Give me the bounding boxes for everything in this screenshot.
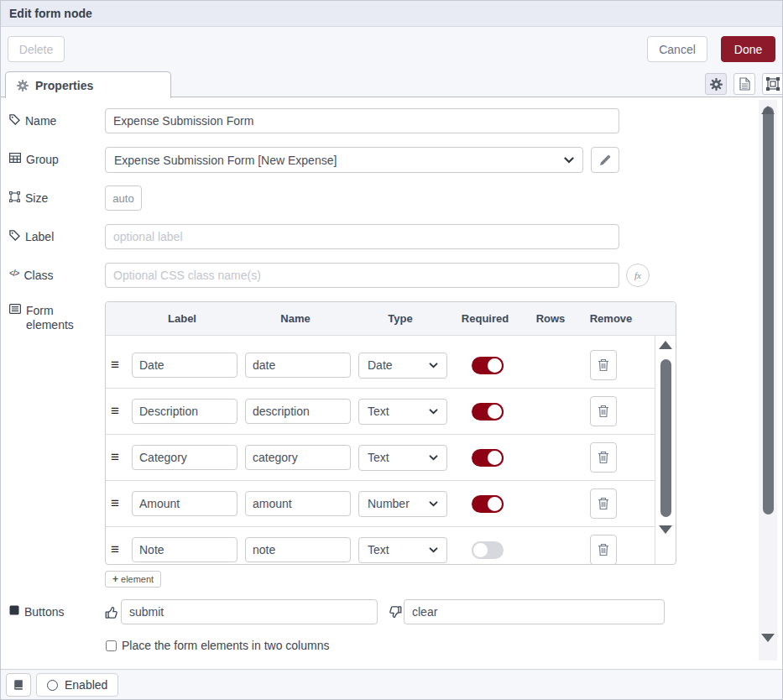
table-row: ≡ Number xyxy=(106,481,655,527)
appearance-button[interactable] xyxy=(762,73,783,95)
trash-icon xyxy=(598,358,609,372)
remove-element-button[interactable] xyxy=(590,535,617,565)
node-help-button[interactable] xyxy=(6,673,31,697)
list-alt-icon xyxy=(9,304,21,314)
trash-icon xyxy=(598,497,609,510)
size-label: Size xyxy=(9,191,105,206)
node-enabled-button[interactable]: Enabled xyxy=(36,673,118,697)
drag-handle-icon[interactable]: ≡ xyxy=(111,449,129,466)
plus-icon: + xyxy=(112,573,118,585)
trash-icon xyxy=(598,405,609,418)
table-row: ≡ Text xyxy=(106,527,655,565)
object-group-icon xyxy=(9,191,20,202)
two-columns-option: Place the form elements in two columns xyxy=(106,639,329,652)
element-name-input[interactable] xyxy=(245,353,351,378)
name-row: Name xyxy=(9,108,619,133)
buttons-row: Buttons xyxy=(9,599,665,624)
remove-element-button[interactable] xyxy=(590,350,617,380)
drag-handle-icon[interactable]: ≡ xyxy=(111,495,129,512)
form-elements-label: Formelements xyxy=(9,304,105,332)
required-toggle[interactable] xyxy=(472,495,504,513)
element-name-input[interactable] xyxy=(245,445,351,470)
element-type-select[interactable]: Text xyxy=(358,537,447,563)
required-toggle[interactable] xyxy=(472,357,504,374)
label-input[interactable] xyxy=(105,224,619,249)
group-row: Group Expense Submission Form [New Expen… xyxy=(9,147,619,173)
table-scrollbar-thumb[interactable] xyxy=(660,359,671,517)
chevron-down-icon xyxy=(564,157,574,164)
drag-handle-icon[interactable]: ≡ xyxy=(111,541,129,558)
header-name: Name xyxy=(243,312,348,325)
tag-icon xyxy=(9,114,20,125)
group-select[interactable]: Expense Submission Form [New Expense] xyxy=(105,147,583,173)
element-label-input[interactable] xyxy=(132,353,238,378)
remove-element-button[interactable] xyxy=(590,488,617,519)
element-name-input[interactable] xyxy=(245,491,351,516)
form-elements-table: Label Name Type Required Rows Remove ≡ D… xyxy=(105,301,676,565)
chevron-down-icon xyxy=(429,455,438,461)
submit-button-text-input[interactable] xyxy=(121,599,378,624)
required-toggle[interactable] xyxy=(472,541,504,559)
edit-form-node-dialog: Edit form node Delete Cancel Done Proper… xyxy=(0,0,783,700)
edit-group-button[interactable] xyxy=(591,147,619,173)
drag-handle-icon[interactable]: ≡ xyxy=(111,403,129,420)
size-auto-button[interactable]: auto xyxy=(105,185,142,211)
table-body: ≡ Date ≡ Text xyxy=(106,336,655,565)
element-type-select[interactable]: Number xyxy=(358,491,447,517)
done-button[interactable]: Done xyxy=(721,36,775,62)
chevron-down-icon xyxy=(429,501,438,507)
delete-button[interactable]: Delete xyxy=(8,36,65,62)
class-row: </> Class fx xyxy=(9,263,650,288)
cancel-button[interactable]: Cancel xyxy=(647,36,707,62)
properties-gear-button[interactable] xyxy=(705,73,727,95)
drag-handle-icon[interactable]: ≡ xyxy=(111,357,129,374)
fx-expression-button[interactable]: fx xyxy=(626,264,650,287)
table-row: ≡ Text xyxy=(106,389,655,435)
table-row: ≡ Date xyxy=(106,342,655,389)
element-label-input[interactable] xyxy=(132,537,238,562)
name-input[interactable] xyxy=(105,108,619,133)
fx-icon: fx xyxy=(634,270,641,280)
required-toggle[interactable] xyxy=(472,449,504,467)
table-scrollbar[interactable] xyxy=(658,341,673,556)
table-row: ≡ Text xyxy=(106,435,655,481)
chevron-down-icon xyxy=(429,547,438,553)
tag-icon xyxy=(9,230,20,241)
remove-element-button[interactable] xyxy=(590,442,617,473)
description-button[interactable] xyxy=(733,73,755,95)
element-name-input[interactable] xyxy=(245,537,351,562)
scroll-up-arrow-icon[interactable] xyxy=(659,341,672,349)
header-label: Label xyxy=(129,312,235,325)
add-element-button[interactable]: + element xyxy=(105,571,161,588)
scroll-up-arrow-icon[interactable] xyxy=(761,106,775,114)
required-toggle[interactable] xyxy=(472,403,504,421)
tab-properties-label: Properties xyxy=(35,79,93,92)
pencil-icon xyxy=(599,154,611,166)
buttons-label: Buttons xyxy=(9,605,105,619)
element-label-input[interactable] xyxy=(132,491,238,516)
element-type-select[interactable]: Text xyxy=(358,445,447,471)
thumbs-down-icon xyxy=(388,605,402,619)
tab-properties[interactable]: Properties xyxy=(5,71,171,98)
dialog-titlebar: Edit form node xyxy=(1,1,782,27)
name-label: Name xyxy=(9,114,105,128)
element-label-input[interactable] xyxy=(132,445,238,470)
two-columns-checkbox[interactable] xyxy=(106,640,117,651)
class-input[interactable] xyxy=(105,263,619,288)
action-bar: Delete Cancel Done xyxy=(1,27,782,71)
element-label-input[interactable] xyxy=(132,399,238,424)
scroll-down-arrow-icon[interactable] xyxy=(761,634,775,642)
main-scrollbar[interactable] xyxy=(759,100,777,661)
element-type-select[interactable]: Text xyxy=(358,399,447,425)
remove-element-button[interactable] xyxy=(590,396,617,426)
element-type-select[interactable]: Date xyxy=(358,353,447,379)
properties-panel: Name Group Expense Submission Form [New … xyxy=(1,97,782,669)
clear-button-text-input[interactable] xyxy=(404,599,665,624)
main-scrollbar-thumb[interactable] xyxy=(763,107,774,515)
class-label: </> Class xyxy=(9,269,105,283)
scroll-down-arrow-icon[interactable] xyxy=(659,525,672,534)
group-label: Group xyxy=(9,153,105,167)
tab-bar: Properties xyxy=(1,71,782,97)
document-icon xyxy=(739,77,750,91)
element-name-input[interactable] xyxy=(245,399,351,424)
